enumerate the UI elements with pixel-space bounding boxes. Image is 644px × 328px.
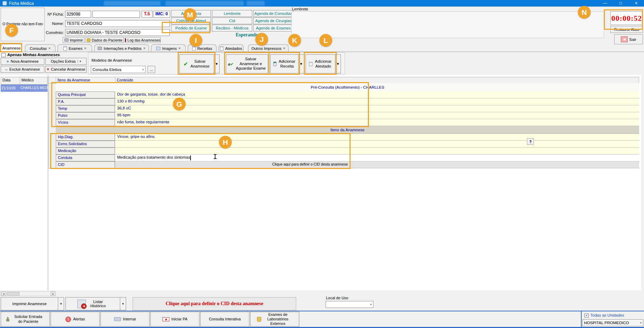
unidade-select[interactable]: HOSPITAL PROMEDICO ▾ xyxy=(582,319,643,326)
chevron-down-icon: ▾ xyxy=(370,303,372,306)
tab-exames[interactable]: Exames× xyxy=(58,44,92,52)
history-list xyxy=(0,75,48,290)
new-anamnese-icon: » xyxy=(7,60,9,63)
cid-button[interactable]: Cid xyxy=(212,17,252,24)
sair-button[interactable]: ◄ Sair xyxy=(614,34,643,44)
internar-button[interactable]: Internar xyxy=(100,312,150,327)
agenda-consultas-button[interactable]: Agenda de Consultas xyxy=(253,10,293,17)
listar-dropdown-arrow[interactable]: ▾ xyxy=(120,297,126,310)
history-col-medico[interactable]: Médico xyxy=(20,77,47,85)
convenio-label: Convênio: xyxy=(34,30,64,35)
scroll-right-icon[interactable]: ► xyxy=(51,292,56,296)
close-icon[interactable]: × xyxy=(628,0,644,7)
imc-badge[interactable]: IMC: 0 xyxy=(153,11,170,18)
annotation-box-M xyxy=(162,22,210,33)
history-scrollbar[interactable]: ◄ ► xyxy=(1,291,55,296)
log-anamneses-button[interactable]: Log das Anamneses xyxy=(125,37,161,43)
annotation-box-J xyxy=(224,52,270,75)
modelo-select[interactable]: Consulta Eletiva ▾ xyxy=(91,66,145,73)
app-icon xyxy=(2,1,7,6)
patient-data-icon xyxy=(87,38,90,42)
history-col-data[interactable]: Data xyxy=(1,77,20,85)
close-tab-icon[interactable]: × xyxy=(283,46,285,50)
tab-imagens[interactable]: Imagens× xyxy=(151,44,186,52)
nova-anamnese-button[interactable]: » Nova Anamnese xyxy=(1,58,44,65)
local-de-uso-label: Local de Uso xyxy=(326,296,348,300)
history-row-date: 21/10/20 xyxy=(1,86,16,90)
agenda-exames-button[interactable]: Agenda de Exames xyxy=(253,25,293,32)
agenda-cirurgias-button[interactable]: Agenda de Cirurgias xyxy=(253,17,293,24)
internacoes-tab-icon xyxy=(98,47,102,50)
close-tab-icon[interactable]: × xyxy=(48,46,51,50)
atestados-tab-icon xyxy=(220,46,223,51)
imprimir-dropdown-arrow[interactable]: ▾ xyxy=(58,297,64,310)
cid-banner-button[interactable]: Clique aqui para definir o CID desta ana… xyxy=(133,297,296,310)
annotation-box-K xyxy=(268,52,300,75)
local-de-uso-select[interactable]: ▾ xyxy=(326,301,373,308)
tab-consultas[interactable]: Consultas× xyxy=(25,44,55,52)
todas-unidades-checkbox[interactable]: ✔ xyxy=(584,313,589,318)
consulta-interativa-button[interactable]: Consulta Interativa xyxy=(200,312,249,327)
ficha-input[interactable] xyxy=(65,11,91,18)
footer-separator xyxy=(581,311,582,327)
footer-top-border xyxy=(0,311,644,311)
solicitar-entrada-button[interactable]: Solicitar Entrada do Paciente xyxy=(1,312,50,327)
lembrete-memo[interactable] xyxy=(291,11,604,38)
apenas-minhas-checkbox[interactable] xyxy=(1,53,6,57)
lembrete-panel-label: Lembrete xyxy=(292,7,308,11)
annotation-marker-N: N xyxy=(578,6,591,19)
apenas-minhas-label: Apenas Minhas Anamneses xyxy=(7,53,60,57)
tab-outros-impressos[interactable]: Outros Impressos× xyxy=(248,44,289,52)
exames-lab-externos-button[interactable]: Exames de Laboratórios Externos xyxy=(250,312,299,327)
help-button[interactable]: ? xyxy=(527,138,534,145)
dados-paciente-button[interactable]: Dados do Paciente xyxy=(86,37,124,43)
imprimir-anamnese-button[interactable]: Imprimir Anamnese xyxy=(1,297,58,310)
receitas-tab-icon xyxy=(192,46,196,51)
annotation-marker-F: F xyxy=(5,24,18,37)
opcoes-extras-button[interactable]: Opções Extras ▾ xyxy=(45,58,87,65)
exames-tab-icon xyxy=(63,46,67,51)
log-icon xyxy=(125,38,126,42)
imprimir-button[interactable]: Imprimir xyxy=(63,37,85,43)
historico-icon xyxy=(77,300,86,308)
nome-label: Nome: xyxy=(37,21,64,26)
excluir-anamnese-button[interactable]: – Excluir Anamnese xyxy=(1,66,44,73)
iniciar-pa-button[interactable]: Iniciar PA xyxy=(150,312,200,327)
recibos-medicos-button[interactable]: Recibos - Médicos xyxy=(212,25,252,32)
alertas-button[interactable]: ! Alertas xyxy=(51,312,100,327)
exit-icon: ◄ xyxy=(621,36,628,42)
history-row-selected[interactable]: 21/10/20 CHARLLES MEDICO xyxy=(1,85,47,92)
redacted-title-text xyxy=(166,1,244,6)
close-tab-icon[interactable]: × xyxy=(143,46,145,50)
nome-input[interactable] xyxy=(65,20,170,27)
minimize-icon[interactable]: — xyxy=(597,0,613,7)
tab-atestados[interactable]: Atestados xyxy=(219,44,244,52)
tab-internacoes[interactable]: Internações e Pedidos× xyxy=(94,44,149,52)
printer-icon xyxy=(64,38,69,42)
window-title: Ficha Médica xyxy=(9,1,34,6)
lab-sample-icon xyxy=(257,317,261,322)
title-bar: Ficha Médica — □ × xyxy=(0,0,644,7)
listar-historico-button[interactable]: Listar Histórico xyxy=(65,297,120,310)
redacted-title-text xyxy=(247,1,265,6)
scroll-left-icon[interactable]: ◄ xyxy=(1,292,6,296)
chevron-down-icon: ▾ xyxy=(640,321,642,325)
cancelar-anamnese-button[interactable]: × Cancelar Anamnese xyxy=(45,66,87,73)
modelo-more-button[interactable]: ... xyxy=(148,66,155,73)
modelos-label: Modelos de Anamnese xyxy=(91,58,132,62)
close-tab-icon[interactable]: × xyxy=(84,46,86,50)
delete-anamnese-icon: – xyxy=(5,67,8,72)
annotation-marker-H: H xyxy=(219,136,232,149)
ts-badge[interactable]: T.S xyxy=(142,11,152,18)
annotation-box-L xyxy=(304,52,337,75)
ficha-extra-input[interactable] xyxy=(92,11,140,18)
chevron-down-icon[interactable]: ▾ xyxy=(78,60,81,63)
annotation-marker-M: M xyxy=(184,8,196,21)
maximize-icon[interactable]: □ xyxy=(613,0,628,7)
imagens-tab-icon xyxy=(156,47,160,50)
scrollbar-thumb[interactable] xyxy=(7,292,19,295)
close-tab-icon[interactable]: × xyxy=(178,46,180,50)
lembrete-button[interactable]: Lembrete xyxy=(212,10,252,17)
annotation-box-N xyxy=(604,9,643,30)
convenio-input[interactable] xyxy=(65,29,170,36)
